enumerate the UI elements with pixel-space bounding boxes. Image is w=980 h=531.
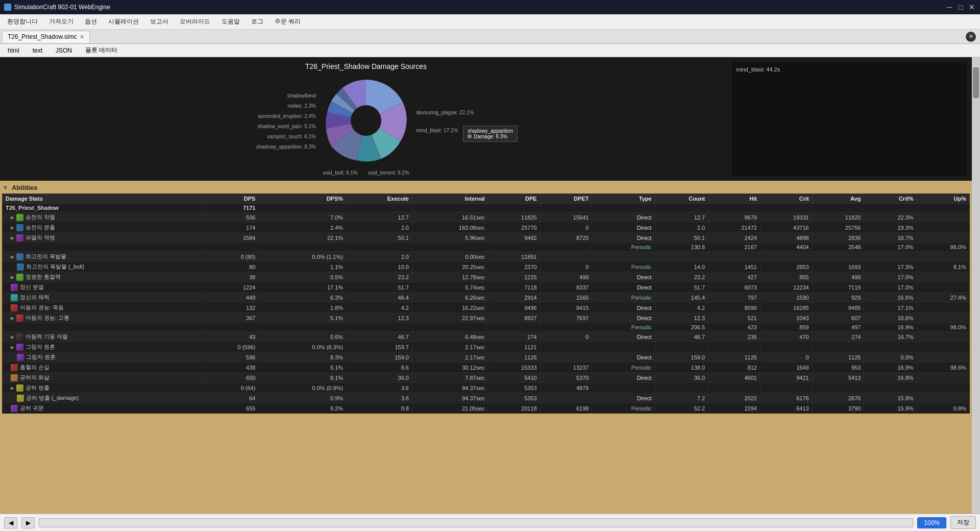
- cell-name: [3, 243, 202, 252]
- ability-name: 최고전의 폭발물 (_bolt): [26, 263, 84, 271]
- menu-log[interactable]: 로그: [246, 15, 268, 28]
- col-count: Count: [655, 194, 708, 204]
- menu-help[interactable]: 도움말: [216, 15, 245, 28]
- expand-arrow[interactable]: ▶: [11, 275, 14, 280]
- ability-name: 공허 방출: [26, 384, 50, 392]
- ability-icon: [16, 234, 23, 242]
- pie-chart: shadowy_apparition Damage: 8.3%: [320, 75, 412, 168]
- abilities-header: ▼ Abilities: [2, 184, 970, 191]
- col-avg: Avg: [812, 194, 864, 204]
- menu-import[interactable]: 가져오기: [44, 15, 79, 28]
- ability-name: 어둠의 권능: 죽음: [20, 304, 64, 311]
- table-row: 공허 방출 (_damage) 64 0.9% 3.6 94.37sec 535…: [3, 393, 970, 403]
- label-swp: shadow_word_pain: 5.1%: [5, 122, 316, 132]
- col-up: Up%: [917, 194, 969, 204]
- scroll-thumb[interactable]: [973, 67, 979, 98]
- window-controls: ─ □ ✕: [945, 3, 976, 11]
- zoom-button[interactable]: 100%: [917, 517, 946, 528]
- tab-close-button[interactable]: ✕: [80, 34, 84, 40]
- tab-json[interactable]: JSON: [50, 45, 78, 56]
- tab-html[interactable]: html: [2, 45, 25, 56]
- ability-icon: [11, 284, 18, 291]
- menu-options[interactable]: 옵션: [80, 15, 102, 28]
- table-row: 공허 귀문 655 9.2% 0.8 21.05sec 20118 6198 P…: [3, 403, 970, 414]
- abilities-title: Abilities: [12, 184, 38, 191]
- cell-name: [3, 323, 202, 332]
- cell-name: 그림자 원혼: [3, 352, 202, 363]
- cell-name: ▶ 파멸의 역병: [3, 233, 202, 243]
- col-critp: Crit%: [864, 194, 917, 204]
- ability-icon: [16, 315, 23, 322]
- col-damage-stats: Damage Stats: [3, 194, 202, 204]
- cell-name: 공허 귀문: [3, 403, 202, 414]
- menu-override[interactable]: 오버라이드: [175, 15, 215, 28]
- menu-welcome[interactable]: 환영합니다: [2, 15, 43, 28]
- cell-name: ▶ 승천의 작렬: [3, 212, 202, 223]
- expand-arrow[interactable]: ▶: [11, 235, 14, 240]
- ability-icon: [11, 374, 18, 381]
- tab-text[interactable]: text: [27, 45, 48, 56]
- label-shadowy-app: shadowy_apparition: 8.3%: [5, 142, 316, 152]
- table-row: ▶ 승천의 작렬 506 7.0% 12.7 16.51sec 11825 15…: [3, 212, 970, 223]
- expand-arrow[interactable]: ▶: [11, 225, 14, 230]
- ability-icon: [16, 333, 23, 341]
- menu-report[interactable]: 보고서: [145, 15, 174, 28]
- expand-arrow[interactable]: ▶: [11, 334, 14, 340]
- scrollbar[interactable]: [972, 57, 980, 514]
- tab-close-icon[interactable]: ✕: [966, 32, 976, 42]
- menu-spell-query[interactable]: 주문 쿼리: [270, 15, 306, 28]
- table-row: 어둠의 권능: 죽음 132 1.8% 4.2 16.22sec 9496 84…: [3, 303, 970, 313]
- cell-name: 정신 분열: [3, 282, 202, 293]
- maximize-button[interactable]: □: [957, 3, 965, 11]
- cell-name: 흡혈의 손길: [3, 363, 202, 373]
- expand-arrow[interactable]: ▶: [11, 215, 14, 220]
- table-row: ▶ 어둠력 기동 작렬 43 0.6% 46.7 6.48sec 274 0 D…: [3, 332, 970, 342]
- col-dpsp: DPS%: [259, 194, 347, 204]
- ability-icon: [17, 263, 24, 271]
- cell-name: ▶ 어둠의 권능: 고통: [3, 313, 202, 323]
- ability-name: 공허의 화살: [20, 374, 50, 381]
- col-type: Type: [592, 194, 655, 204]
- expand-arrow[interactable]: ▶: [11, 316, 14, 321]
- pie-chart-container: T26_Priest_Shadow Damage Sources shadowf…: [5, 62, 727, 176]
- right-panel-item: mind_blast: 44.2s: [736, 66, 963, 73]
- expand-arrow[interactable]: ▶: [11, 345, 14, 350]
- close-button[interactable]: ✕: [968, 3, 976, 11]
- col-dps: DPS: [202, 194, 259, 204]
- table-header-row: Damage Stats DPS DPS% Execute Interval D…: [3, 194, 970, 204]
- table-row: ▶ 최고전의 폭발물 0 (80) 0.0% (1.1%) 2.0 0.00se…: [3, 252, 970, 262]
- damage-table: Damage Stats DPS DPS% Execute Interval D…: [2, 194, 970, 414]
- ability-icon: [16, 253, 23, 260]
- ability-icon: [16, 274, 23, 281]
- label-void-bolt: void_bolt: 9.1%: [323, 170, 357, 176]
- ability-name: 어둠력 기동 작렬: [26, 333, 68, 341]
- save-button[interactable]: 저장: [950, 516, 976, 529]
- expand-arrow[interactable]: ▶: [11, 385, 14, 391]
- content-scroll: T26_Priest_Shadow Damage Sources shadowf…: [0, 57, 972, 514]
- back-button[interactable]: ◀: [4, 517, 17, 528]
- window-title: SimulationCraft 902-01 WebEngine: [14, 4, 110, 11]
- tooltip-label: shadowy_apparition: [468, 128, 513, 134]
- abilities-arrow[interactable]: ▼: [2, 184, 9, 191]
- forward-button[interactable]: ▶: [21, 517, 35, 528]
- menu-bar: 환영합니다 가져오기 옵션 시뮬레이션 보고서 오버라이드 도움말 로그 주문 …: [0, 14, 980, 30]
- tab-plot-data[interactable]: 플롯 데이터: [80, 44, 123, 57]
- ability-icon: [16, 344, 23, 351]
- ability-icon: [17, 395, 24, 402]
- abilities-section: ▼ Abilities Damage Stats DPS DPS% Execut…: [0, 181, 972, 417]
- ability-name: 정신의 채찍: [20, 294, 50, 301]
- ability-name: 공허 방출 (_damage): [26, 394, 79, 402]
- chart-title: T26_Priest_Shadow Damage Sources: [305, 62, 427, 70]
- col-dpet: DPET: [540, 194, 592, 204]
- col-dpe: DPE: [488, 194, 540, 204]
- table-row: 그림자 원혼 596 8.3% 159.0 2.17sec 1126 Direc…: [3, 352, 970, 363]
- bottom-bar: ◀ ▶ 100% 저장: [0, 514, 980, 531]
- minimize-button[interactable]: ─: [945, 3, 953, 11]
- tab-label: T26_Priest_Shadow.simc: [8, 33, 77, 40]
- tab-file[interactable]: T26_Priest_Shadow.simc ✕: [2, 31, 90, 43]
- ability-icon: [16, 214, 23, 221]
- expand-arrow[interactable]: ▶: [11, 254, 14, 259]
- cell-name: 정신의 채찍: [3, 293, 202, 303]
- menu-simulation[interactable]: 시뮬레이션: [103, 15, 144, 28]
- main-content: T26_Priest_Shadow Damage Sources shadowf…: [0, 57, 980, 514]
